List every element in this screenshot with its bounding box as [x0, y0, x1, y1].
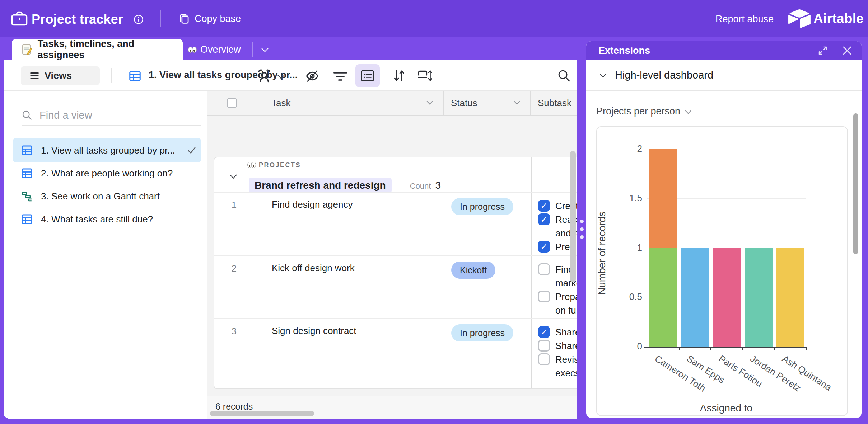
find-view-input[interactable] [39, 109, 177, 122]
group-count: Count3 [214, 180, 441, 191]
bar-segment[interactable] [745, 248, 773, 347]
sidebar-item-view-4[interactable]: 4. What tasks are still due? [13, 207, 201, 231]
row-number: 2 [232, 263, 237, 274]
top-bar: Project tracker Copy base Report abuse A… [0, 0, 868, 37]
group-kicker: PROJECTS [259, 161, 301, 169]
chart-selector[interactable]: Projects per person [596, 106, 690, 117]
base-briefcase-icon [11, 11, 28, 27]
views-button[interactable]: Views [21, 66, 100, 85]
bar-segment[interactable] [681, 248, 709, 347]
bar-segment[interactable] [776, 248, 804, 347]
views-button-label: Views [45, 70, 72, 81]
row-divider [214, 192, 577, 193]
sidebar-search-icon [22, 110, 32, 121]
y-tick-label: 0 [617, 341, 642, 352]
hamburger-icon [30, 71, 39, 81]
select-all-checkbox[interactable] [227, 98, 237, 108]
tab-overview[interactable]: Overview [188, 39, 241, 60]
record-count: 6 records [215, 401, 253, 412]
grid-view-icon [21, 213, 33, 225]
group-button[interactable] [355, 64, 380, 87]
row-divider [214, 318, 577, 319]
task-column-chevron-icon[interactable] [427, 99, 433, 105]
current-view-name[interactable]: 1. View all tasks grouped by pr... [149, 70, 298, 81]
subtask-text: Prepa [555, 291, 577, 302]
task-cell[interactable]: Find design agency [272, 199, 353, 210]
views-sidebar: 1. View all tasks grouped by pr... 2. Wh… [4, 91, 207, 419]
table-header-row: Task Status Subtask [207, 91, 577, 116]
sort-icon[interactable] [393, 69, 406, 83]
find-view-search[interactable] [22, 105, 201, 126]
extensions-scrollbar[interactable] [853, 113, 858, 254]
close-icon[interactable] [842, 45, 853, 56]
expand-icon[interactable] [817, 45, 828, 56]
subtask-text: Revis [555, 354, 577, 365]
status-badge[interactable]: Kickoff [451, 262, 495, 279]
table-vertical-scrollbar[interactable] [570, 151, 576, 282]
dashboard-extension-row[interactable]: High-level dashboard [586, 60, 862, 91]
task-cell[interactable]: Kick off design work [272, 263, 355, 274]
subtask-checkbox-unchecked[interactable] [538, 291, 550, 302]
sidebar-item-label: 3. See work on a Gantt chart [41, 191, 160, 202]
bar-segment[interactable] [649, 248, 677, 347]
collaborators-icon[interactable] [256, 68, 273, 83]
row-number: 1 [232, 200, 237, 210]
panel-resize-handle-dot[interactable] [580, 235, 584, 239]
x-tick-mark [742, 347, 743, 350]
row-height-icon[interactable] [417, 69, 432, 82]
subtask-checkbox-checked[interactable]: ✓ [538, 200, 550, 212]
subtask-checkbox-unchecked[interactable] [538, 263, 550, 275]
status-badge[interactable]: In progress [451, 198, 513, 215]
column-header-status[interactable]: Status [451, 98, 477, 109]
base-title: Project tracker [32, 12, 123, 27]
column-header-subtask[interactable]: Subtask [538, 98, 571, 109]
report-abuse-link[interactable]: Report abuse [715, 14, 774, 25]
bar-segment[interactable] [713, 248, 741, 347]
grid-view-icon [21, 167, 33, 179]
subtask-checkbox-checked[interactable]: ✓ [538, 213, 550, 225]
airtable-logo[interactable] [788, 9, 811, 28]
eyes-emoji-icon [247, 162, 255, 168]
subtask-checkbox-unchecked[interactable] [538, 340, 550, 352]
x-axis-title: Assigned to [683, 402, 769, 414]
status-column-chevron-icon[interactable] [514, 99, 520, 105]
y-tick-label: 1 [617, 242, 642, 253]
airtable-wordmark: Airtable [813, 11, 864, 26]
tab-overview-label: Overview [200, 44, 241, 55]
sidebar-item-view-3[interactable]: 3. See work on a Gantt chart [13, 184, 201, 208]
x-tick-mark [774, 347, 775, 350]
subtask-checkbox-checked[interactable]: ✓ [538, 326, 550, 338]
panel-resize-handle-dot[interactable] [580, 227, 584, 231]
chart-selector-label: Projects per person [596, 106, 680, 117]
horizontal-scrollbar[interactable] [210, 411, 314, 416]
x-axis-line [644, 347, 806, 348]
group-card-brand-refresh: PROJECTS Brand refresh and redesign Coun… [214, 157, 577, 389]
subtask-checkbox-unchecked[interactable] [538, 353, 550, 365]
copy-base-button[interactable]: Copy base [179, 13, 241, 24]
x-tick-mark [806, 347, 807, 350]
filter-icon[interactable] [333, 71, 347, 82]
info-icon[interactable] [134, 14, 144, 24]
search-icon[interactable] [557, 69, 571, 83]
chart-selector-chevron-icon [685, 108, 691, 114]
sidebar-item-label: 2. What are people working on? [41, 168, 173, 179]
extensions-header: Extensions [586, 41, 862, 60]
task-cell[interactable]: Sign design contract [272, 325, 356, 336]
group-collapse-chevron-icon[interactable] [230, 171, 237, 179]
grid-view-icon [129, 70, 141, 83]
subtask-checkbox-checked[interactable]: ✓ [538, 241, 550, 253]
y-tick-label: 0.5 [617, 291, 642, 302]
grid-view-icon [21, 144, 33, 156]
tab-tasks-timelines-assignees[interactable]: Tasks, timelines, and assignees [12, 39, 183, 60]
chart-card: Number of records Assigned to 00.511.52C… [596, 126, 848, 416]
panel-resize-handle-dot[interactable] [580, 220, 584, 223]
sidebar-item-view-2[interactable]: 2. What are people working on? [13, 161, 201, 185]
sidebar-item-view-1[interactable]: 1. View all tasks grouped by pr... [13, 138, 201, 162]
bar-segment[interactable] [649, 149, 677, 248]
column-header-task[interactable]: Task [271, 98, 290, 109]
tabs-chevron-down-icon[interactable] [261, 45, 269, 52]
hide-fields-icon[interactable] [305, 69, 319, 83]
column-divider [530, 91, 531, 115]
dashboard-title: High-level dashboard [615, 69, 713, 81]
status-badge[interactable]: In progress [451, 324, 513, 341]
